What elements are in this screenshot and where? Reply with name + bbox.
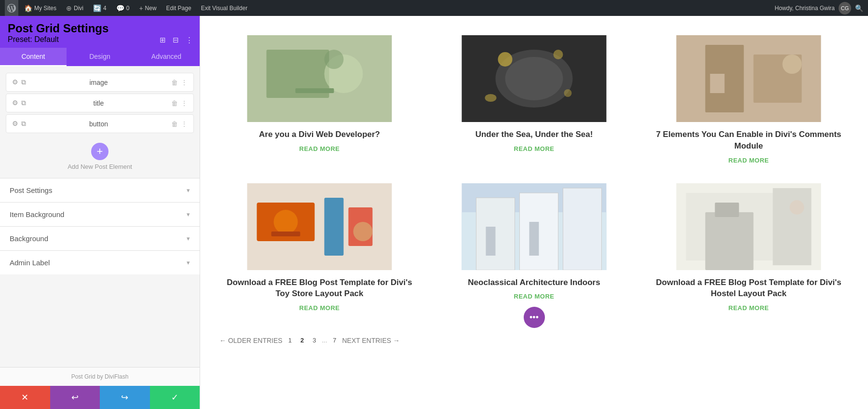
read-more-6[interactable]: READ MORE [729,304,769,312]
tab-content[interactable]: Content [0,48,67,66]
wp-admin-bar: 🏠 My Sites ⊕ Divi 🔄 4 💬 0 + New Edit Pag… [0,0,868,16]
panel-icon-resize[interactable]: ⊞ [158,34,168,46]
svg-point-10 [564,89,572,97]
preset-selector[interactable]: Preset: Default [8,35,171,44]
page-num-1[interactable]: 1 [285,336,295,345]
post-title-2: Under the Sea, Under the Sea! [475,129,593,140]
duplicate-icon-title[interactable]: ⧉ [21,99,26,107]
element-row-button-icons: ⚙ ⧉ [12,120,26,128]
divi-icon: ⊕ [66,4,72,12]
section-post-settings: Post Settings ▾ [0,178,200,202]
plus-icon: + [139,4,143,12]
home-icon: 🏠 [24,4,32,12]
refresh-icon: 🔄 [93,4,101,12]
delete-icon-title[interactable]: 🗑 [171,99,178,107]
older-entries-link[interactable]: ← OLDER ENTRIES [219,337,283,344]
panel-footer-text: Post Grid by DiviFlash [71,373,129,380]
duplicate-icon-button[interactable]: ⧉ [21,120,26,128]
redo-button[interactable]: ↪ [100,386,150,409]
admin-bar-comments[interactable]: 💬 0 [112,0,134,16]
drag-icon-image[interactable]: ⋮ [181,79,188,86]
admin-bar-exit[interactable]: Exit Visual Builder [197,0,252,16]
settings-gear-icon[interactable]: ⚙ [12,78,18,86]
read-more-3[interactable]: READ MORE [729,157,769,164]
add-element-btn[interactable]: + [91,143,108,160]
accordion-header-background[interactable]: Background ▾ [0,227,200,250]
drag-icon-button[interactable]: ⋮ [181,120,188,128]
settings-panel: Post Grid Settings Preset: Default ⊞ ⊟ ⋮… [0,16,200,409]
drag-icon-title[interactable]: ⋮ [181,99,188,107]
page-num-7[interactable]: 7 [330,336,339,345]
admin-bar-new[interactable]: + New [135,0,160,16]
wp-logo[interactable] [5,0,18,16]
admin-bar-count[interactable]: 🔄 4 [89,0,110,16]
admin-bar-edit[interactable]: Edit Page [163,0,195,16]
post-grid: Are you a Divi Web Developer? READ MORE … [219,35,849,316]
panel-icon-more[interactable]: ⋮ [184,34,195,46]
svg-rect-3 [296,88,334,93]
panel-footer: Post Grid by DiviFlash [0,367,200,386]
element-label-image: image [30,79,167,86]
post-title-3: 7 Elements You Can Enable in Divi's Comm… [649,129,849,152]
add-post-element[interactable]: + Add New Post Element [0,135,200,178]
svg-point-11 [485,94,497,102]
content-area: Are you a Divi Web Developer? READ MORE … [200,16,868,409]
read-more-4[interactable]: READ MORE [299,304,340,312]
svg-point-16 [783,55,802,74]
save-button[interactable]: ✓ [150,386,200,409]
read-more-1[interactable]: READ MORE [299,145,340,152]
element-row-title: ⚙ ⧉ title 🗑 ⋮ [6,94,194,112]
read-more-5[interactable]: READ MORE [514,293,555,300]
post-title-5: Neoclassical Architecture Indoors [468,277,600,288]
tab-advanced[interactable]: Advanced [133,48,200,66]
element-row-button: ⚙ ⧉ button 🗑 ⋮ [6,114,194,133]
section-item-background: Item Background ▾ [0,202,200,226]
search-icon[interactable]: 🔍 [855,4,863,12]
accordion-header-item-background[interactable]: Item Background ▾ [0,203,200,226]
svg-rect-20 [271,232,300,236]
tab-design[interactable]: Design [67,48,133,66]
settings-gear-icon-title[interactable]: ⚙ [12,99,18,107]
page-num-3[interactable]: 3 [310,336,319,345]
pagination-dots-btn[interactable]: ••• [524,307,545,328]
add-element-label: Add New Post Element [68,163,132,170]
accordion-header-post-settings[interactable]: Post Settings ▾ [0,178,200,202]
next-entries-link[interactable]: NEXT ENTRIES → [342,337,400,344]
section-admin-label: Admin Label ▾ [0,250,200,274]
element-label-title: title [30,99,167,107]
post-card-4: Download a FREE Blog Post Template for D… [219,183,420,317]
page-num-2[interactable]: 2 [298,336,307,345]
settings-gear-icon-button[interactable]: ⚙ [12,120,18,128]
svg-rect-30 [529,222,539,256]
element-row-title-icons: ⚙ ⧉ [12,99,26,107]
post-card-5: Neoclassical Architecture Indoors READ M… [434,183,634,317]
section-label-post-settings: Post Settings [10,186,52,194]
element-row-icons: ⚙ ⧉ [12,78,26,86]
svg-point-8 [498,52,513,67]
svg-point-23 [353,222,373,241]
admin-bar-divi[interactable]: ⊕ Divi [62,0,87,16]
section-label-admin-label: Admin Label [10,259,50,267]
delete-icon-image[interactable]: 🗑 [171,79,178,86]
admin-bar-user[interactable]: Howdy, Christina Gwira CG 🔍 [775,2,863,14]
cancel-button[interactable]: ✕ [0,386,50,409]
post-card-1: Are you a Divi Web Developer? READ MORE [219,35,420,169]
action-bar: ✕ ↩ ↪ ✓ [0,386,200,409]
admin-bar-mysites[interactable]: 🏠 My Sites [20,0,60,16]
read-more-2[interactable]: READ MORE [514,145,555,152]
post-title-6: Download a FREE Blog Post Template for D… [649,277,849,300]
post-image-5 [434,183,634,270]
panel-icon-layout[interactable]: ⊟ [171,34,181,46]
section-label-background: Background [10,234,48,243]
section-label-item-background: Item Background [10,210,64,218]
undo-button[interactable]: ↩ [50,386,100,409]
svg-rect-21 [325,198,344,256]
post-image-2 [434,35,634,122]
duplicate-icon[interactable]: ⧉ [21,78,26,86]
delete-icon-button[interactable]: 🗑 [171,120,178,128]
svg-point-4 [325,50,344,69]
accordion-header-admin-label[interactable]: Admin Label ▾ [0,251,200,274]
chevron-down-icon-post-settings: ▾ [187,187,190,194]
panel-header: Post Grid Settings Preset: Default ⊞ ⊟ ⋮ [0,16,200,48]
svg-point-9 [554,50,563,59]
